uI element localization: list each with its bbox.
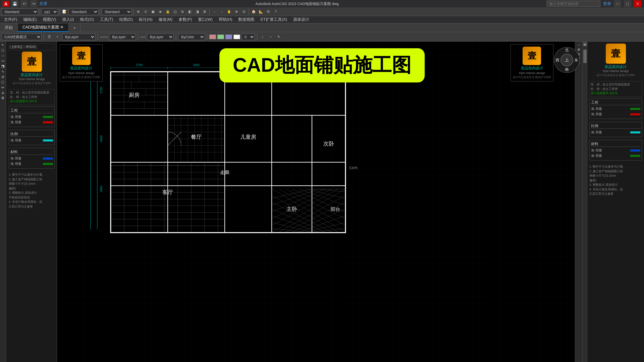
cad-svg-canvas[interactable]: 厨房 餐厅 儿童房 次卧 走廊 客厅 主卧 阳台 2700 3600 3900 … [57,41,587,362]
left-tool-b[interactable]: ⚙ [0,96,6,100]
login-btn[interactable]: 登录 [603,1,611,6]
close-btn[interactable]: ✕ [634,0,641,7]
toolbar-btn-4[interactable]: ◈ [157,8,164,15]
maximize-btn[interactable]: □ [624,0,631,7]
color-dropdown[interactable]: ByColor [178,33,205,40]
rtool-1[interactable]: ↔ [576,43,582,46]
left-tool-4[interactable]: ▭ [0,59,6,63]
annotate-dropdown[interactable]: Standard [102,8,132,15]
quick-redo-btn[interactable]: ↪ [30,0,38,7]
workspace-dropdown[interactable]: Standard [68,8,98,15]
toolbar-btn-1[interactable]: ⊕ [135,8,142,15]
main-title-text: CAD地面铺贴施工图 [233,52,411,78]
right-note-1: 见材料 [349,166,358,170]
tab-bar: 开始 CAD地面铺贴方案图 ✕ + [0,23,644,32]
menu-source[interactable]: 源泉设计 [290,16,312,23]
toolbar-btn-18[interactable]: ⚙ [265,8,272,15]
menu-annotate[interactable]: 标注(N) [136,16,155,23]
menu-file[interactable]: 文件(F) [1,16,20,23]
window-title: Autodesk AutoCAD 2023 CAD地面铺贴方案图.dwg [256,1,338,5]
menu-format[interactable]: 格式(O) [77,16,96,23]
layer-props-btn[interactable]: ☰ [46,33,53,40]
left-tool-8[interactable]: ⬡ [0,80,6,84]
tab-start[interactable]: 开始 [0,23,18,32]
prop-btn-3[interactable]: ✎ [276,33,282,40]
quick-access-toolbar: Standard yq1 📝 Standard Standard ⊕ ⊙ ▣ ◈… [0,7,644,16]
tab-drawing[interactable]: CAD地面铺贴方案图 ✕ [18,23,68,32]
lineweight-dropdown[interactable]: ByLayer [147,33,174,40]
right-section-scale: 比例 海 用量 [589,122,642,137]
toolbar-btn-8[interactable]: ◧ [186,8,193,15]
quick-save-btn[interactable]: 💾 [11,0,18,7]
color-swatch-3[interactable] [226,34,232,39]
linetype-dropdown[interactable]: ByLayer [109,33,136,40]
app-brand-icon[interactable]: A [3,1,9,6]
menu-et[interactable]: ET扩展工具(X) [258,16,290,23]
right-section-project: 工程 海 用量 海 用量 [589,98,642,119]
menu-data[interactable]: 数据视图 [236,16,257,23]
left-tool-5[interactable]: ⬔ [0,64,6,68]
toolbar-btn-3[interactable]: ▣ [150,8,156,15]
left-section-project: 工程 海 用量 海 用量 [9,106,55,127]
menu-tools[interactable]: 工具(T) [97,16,116,23]
compass: 北 南 东 西 上 [554,46,580,73]
room-label-balcony: 阳台 [331,207,340,212]
style-dropdown[interactable]: Standard [1,8,38,15]
color-swatch-4[interactable] [234,34,240,39]
right-panel: 壹 壹品室内设计 Yipin Interior design 设计可以改变生活 … [587,41,644,362]
toolbar-btn-13[interactable]: ✋ [226,8,232,15]
toolbar-btn-19[interactable]: ? [272,8,279,15]
left-tool-7[interactable]: ⊘ [0,75,6,79]
left-tool-a[interactable]: A [0,91,6,95]
mode-dropdown[interactable]: CAD经典模式 [1,33,42,40]
color-swatch-2[interactable] [217,34,224,39]
search-input[interactable] [547,1,600,7]
left-tool-1[interactable]: ↖ [0,43,6,47]
logo-sub-left: 设计可以改变生活 案例文字资料 [62,75,100,79]
menu-draw[interactable]: 绘图(D) [116,16,136,23]
left-logo-cn: 壹品室内设计 [21,72,43,77]
scroll-thumb[interactable] [583,50,586,63]
menu-window[interactable]: 窗口(W) [196,16,215,23]
tab-new[interactable]: + [68,23,81,32]
toolbar-btn-9[interactable]: ◨ [194,8,200,15]
left-tool-6[interactable]: ∿ [0,69,6,74]
prop-btn-2[interactable]: ↔ [267,33,274,40]
toolbar-btn-10[interactable]: ⊞ [201,8,208,15]
drawing-area[interactable]: 厨房 餐厅 儿童房 次卧 走廊 客厅 主卧 阳台 2700 3600 3900 … [57,41,587,362]
annotate-icon[interactable]: 📝 [61,8,68,15]
menu-insert[interactable]: 插入(I) [60,16,77,23]
toolbar-btn-5[interactable]: 🔒 [164,8,171,15]
left-tool-9[interactable]: ✏ [0,85,6,90]
left-tool-3[interactable]: ○ [0,54,6,58]
quick-undo-btn[interactable]: ↩ [21,0,28,7]
menu-view[interactable]: 视图(V) [40,16,59,23]
menu-modify[interactable]: 修改(M) [156,16,175,23]
toolbar-btn-14[interactable]: ⊕ [233,8,240,15]
toolbar-btn-12[interactable]: → [218,8,225,15]
scroll-thumb-up[interactable]: ▲ [583,42,587,46]
layer-dropdown[interactable]: ByLayer [62,33,96,40]
minimize-btn[interactable]: ─ [614,0,621,7]
right-logo: 壹 壹品室内设计 Yipin Interior design 设计可以改变生活 … [589,43,642,77]
toolbar-btn-16[interactable]: 🏠 [250,8,257,15]
prop-btn-1[interactable]: ↕ [259,33,266,40]
menu-help[interactable]: 帮助(H) [216,16,235,23]
color-swatch-1[interactable] [209,34,216,39]
user-dropdown[interactable]: yq1 [41,8,58,15]
toolbar-btn-6[interactable]: ◫ [172,8,178,15]
left-tool-2[interactable]: ⬡ [0,48,6,53]
vertical-scrollbar[interactable]: ▲ ▼ [582,41,587,362]
toolbar-btn-2[interactable]: ⊙ [142,8,149,15]
layer-num-select[interactable]: 0 [242,33,255,40]
toolbar-btn-7[interactable]: ⧉ [179,8,186,15]
menu-edit[interactable]: 编辑(E) [21,16,40,23]
toolbar-btn-17[interactable]: 📐 [258,8,264,15]
share-btn[interactable]: 共享 [40,1,48,6]
logo-icon-left: 壹 [72,46,90,65]
compass-south: 南 [565,67,569,71]
layer-new-btn[interactable]: + [54,33,61,40]
toolbar-btn-15[interactable]: ⊖ [240,8,247,15]
toolbar-btn-11[interactable]: ← [211,8,218,15]
menu-param[interactable]: 参数(P) [176,16,195,23]
